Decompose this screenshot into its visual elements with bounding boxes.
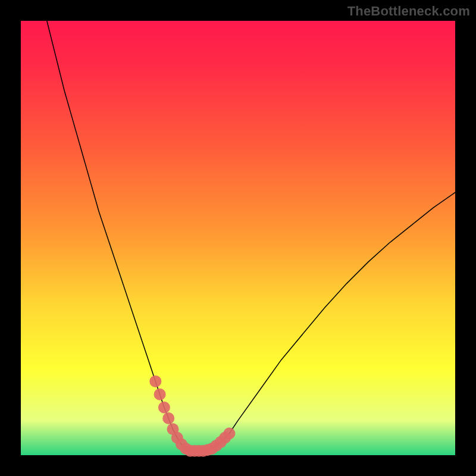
highlight-markers (0, 0, 476, 476)
svg-point-0 (149, 375, 161, 387)
svg-point-17 (223, 428, 235, 440)
svg-point-3 (162, 412, 174, 424)
svg-point-1 (154, 389, 166, 400)
svg-point-2 (158, 402, 170, 414)
